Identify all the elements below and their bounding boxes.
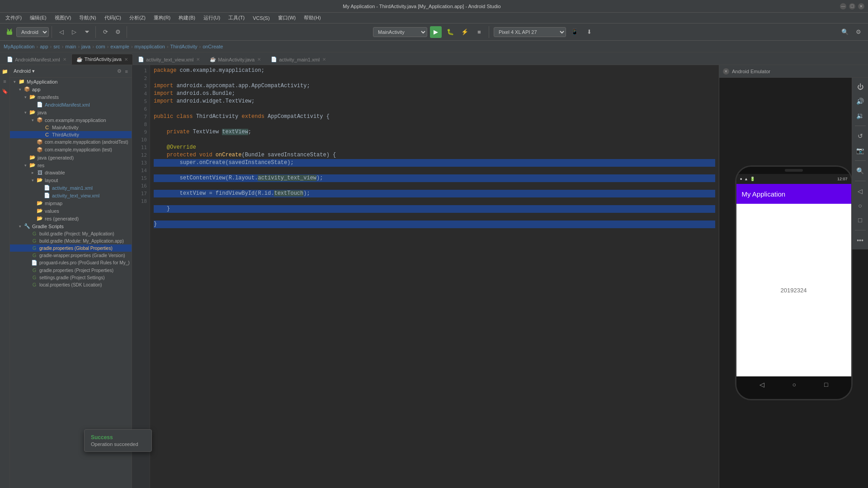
menu-file[interactable]: 文件(F) — [2, 14, 25, 22]
bookmark-icon[interactable]: 🔖 — [0, 87, 9, 96]
tree-gradle-wrapper[interactable]: G gradle-wrapper.properties (Gradle Vers… — [10, 252, 132, 259]
menu-run[interactable]: 运行(U) — [200, 14, 224, 22]
structure-icon[interactable]: ≡ — [0, 77, 9, 86]
toolbar-android-btn[interactable] — [4, 26, 15, 38]
breadcrumb-myapplication2[interactable]: myapplication — [135, 44, 165, 49]
avd-manager-btn[interactable]: 📱 — [569, 26, 580, 38]
debug-button[interactable]: 🐛 — [444, 26, 456, 38]
tab-main1-xml-close[interactable]: ✕ — [322, 57, 326, 62]
phone-home-btn[interactable]: ○ — [793, 381, 796, 388]
tree-res[interactable]: ▾ 📂 res — [10, 161, 132, 169]
phone-recents-btn[interactable]: □ — [824, 381, 828, 388]
recent-files-btn[interactable]: ⏷ — [81, 26, 93, 38]
emu-more-btn[interactable]: ••• — [854, 234, 867, 247]
tab-mainactivity-close[interactable]: ✕ — [257, 57, 261, 62]
emu-screenshot-btn[interactable]: 📷 — [854, 144, 867, 157]
run-config-select[interactable]: MainActivity — [373, 27, 427, 37]
emu-recents-btn[interactable]: □ — [854, 214, 867, 226]
breadcrumb-example[interactable]: example — [110, 44, 129, 49]
forward-toolbar-btn[interactable]: ▷ — [68, 26, 80, 38]
tree-build-gradle-app[interactable]: G build.gradle (Module: My_Application.a… — [10, 237, 132, 244]
menu-refactor[interactable]: 重构(R) — [150, 14, 174, 22]
back-toolbar-btn[interactable]: ◁ — [56, 26, 67, 38]
tree-gradle-properties-global[interactable]: G gradle.properties (Global Properties) — [10, 244, 132, 252]
breadcrumb-java[interactable]: java — [81, 44, 90, 49]
emu-zoom-btn[interactable]: 🔍 — [854, 164, 867, 177]
menu-view[interactable]: 视图(V) — [51, 14, 75, 22]
menu-tools[interactable]: 工具(T) — [225, 14, 248, 22]
menu-analyze[interactable]: 分析(Z) — [126, 14, 149, 22]
menu-navigate[interactable]: 导航(N) — [75, 14, 99, 22]
emu-power-btn[interactable]: ⏻ — [854, 80, 867, 93]
tree-drawable[interactable]: ▸ 🖼 drawable — [10, 169, 132, 176]
tab-thirdactivity-close[interactable]: ✕ — [124, 57, 128, 62]
tree-res-generated[interactable]: 📂 res (generated) — [10, 215, 132, 222]
tree-gradle-properties-project[interactable]: G gradle.properties (Project Properties) — [10, 267, 132, 274]
android-sdk-select[interactable]: Android — [16, 27, 49, 37]
device-select[interactable]: Pixel 4 XL API 27 — [494, 27, 566, 37]
tab-thirdactivity[interactable]: ☕ ThirdActivity.java ✕ — [71, 54, 133, 65]
tree-values[interactable]: 📂 values — [10, 207, 132, 215]
config-btn[interactable]: ⚙ — [112, 26, 124, 38]
tree-layout[interactable]: ▾ 📂 layout — [10, 176, 132, 184]
breadcrumb-oncreate[interactable]: onCreate — [203, 44, 223, 49]
phone-back-btn[interactable]: ◁ — [760, 381, 764, 388]
tab-main1-xml[interactable]: 📄 activity_main1.xml ✕ — [266, 54, 331, 65]
tree-myapplication[interactable]: ▾ 📁 MyApplication — [10, 78, 132, 85]
menu-help[interactable]: 帮助(H) — [300, 14, 324, 22]
tab-androidmanifest[interactable]: 📄 AndroidManifest.xml ✕ — [2, 54, 71, 65]
emu-volume-down-btn[interactable]: 🔉 — [854, 109, 867, 122]
tree-mainactivity[interactable]: C MainActivity — [10, 124, 132, 131]
code-editor[interactable]: 12345 678910 1112131415 161718 package c… — [132, 65, 719, 488]
tree-manifests[interactable]: ▾ 📂 manifests — [10, 93, 132, 101]
project-tree-settings[interactable]: ⚙ — [117, 68, 122, 74]
breadcrumb-myapplication[interactable]: MyApplication — [4, 44, 34, 49]
breadcrumb-com[interactable]: com — [96, 44, 105, 49]
emu-volume-up-btn[interactable]: 🔊 — [854, 95, 867, 108]
tree-local-properties[interactable]: G local.properties (SDK Location) — [10, 281, 132, 288]
emu-home-btn[interactable]: ○ — [854, 199, 867, 212]
tree-androidmanifest[interactable]: 📄 AndroidManifest.xml — [10, 101, 132, 108]
sdk-manager-btn[interactable]: ⬇ — [583, 26, 595, 38]
menu-build[interactable]: 构建(B) — [175, 14, 199, 22]
tree-package-androidtest[interactable]: 📦 com.example.myapplication (androidTest… — [10, 138, 132, 146]
menu-vcs[interactable]: VCS(S) — [249, 14, 273, 22]
menu-window[interactable]: 窗口(W) — [274, 14, 300, 22]
menu-code[interactable]: 代码(C) — [101, 14, 125, 22]
tree-proguard[interactable]: 📄 proguard-rules.pro (ProGuard Rules for… — [10, 259, 132, 267]
tree-package-test[interactable]: 📦 com.example.myapplication (test) — [10, 146, 132, 154]
emu-rotate-btn[interactable]: ↺ — [854, 130, 867, 142]
breadcrumb-main[interactable]: main — [66, 44, 76, 49]
breadcrumb-src[interactable]: src — [53, 44, 60, 49]
project-icon[interactable]: 📁 — [0, 67, 9, 76]
profile-btn[interactable]: ⚡ — [459, 26, 471, 38]
tree-java[interactable]: ▾ 📂 java — [10, 108, 132, 116]
settings-btn[interactable]: ⚙ — [853, 26, 864, 38]
search-everywhere-btn[interactable]: 🔍 — [839, 26, 851, 38]
tree-build-gradle-project[interactable]: G build.gradle (Project: My_Application) — [10, 230, 132, 237]
stop-button[interactable]: ■ — [473, 26, 485, 38]
tree-activity-text-view[interactable]: 📄 activity_text_view.xml — [10, 192, 132, 199]
tree-package-main[interactable]: ▾ 📦 com.example.myapplication — [10, 116, 132, 124]
code-editor-area[interactable]: 12345 678910 1112131415 161718 package c… — [132, 65, 719, 488]
menu-edit[interactable]: 编辑(E) — [26, 14, 50, 22]
maximize-button[interactable]: ☐ — [849, 3, 855, 9]
tab-textview-xml-close[interactable]: ✕ — [196, 57, 200, 62]
emulator-close-button[interactable]: ✕ — [723, 68, 729, 75]
tree-app[interactable]: ▾ 📦 app — [10, 85, 132, 93]
tab-androidmanifest-close[interactable]: ✕ — [63, 57, 66, 62]
tree-java-generated[interactable]: 📂 java (generated) — [10, 154, 132, 161]
tree-mipmap[interactable]: 📂 mipmap — [10, 199, 132, 207]
breadcrumb-thirdactivity[interactable]: ThirdActivity — [170, 44, 198, 49]
tree-settings-gradle[interactable]: G settings.gradle (Project Settings) — [10, 274, 132, 281]
close-button[interactable]: ✕ — [858, 3, 864, 9]
code-content[interactable]: package com.example.myapplication; impor… — [150, 65, 719, 488]
tree-gradle-scripts[interactable]: ▾ 🔧 Gradle Scripts — [10, 222, 132, 230]
emu-back-btn[interactable]: ◁ — [854, 185, 867, 197]
project-tree-collapse[interactable]: ≡ — [125, 69, 128, 74]
tree-thirdactivity[interactable]: C ThirdActivity — [10, 131, 132, 138]
tab-textview-xml[interactable]: 📄 activity_text_view.xml ✕ — [133, 54, 205, 65]
breadcrumb-app[interactable]: app — [40, 44, 48, 49]
minimize-button[interactable]: — — [840, 3, 846, 9]
android-dropdown[interactable]: Android ▾ — [14, 68, 35, 74]
